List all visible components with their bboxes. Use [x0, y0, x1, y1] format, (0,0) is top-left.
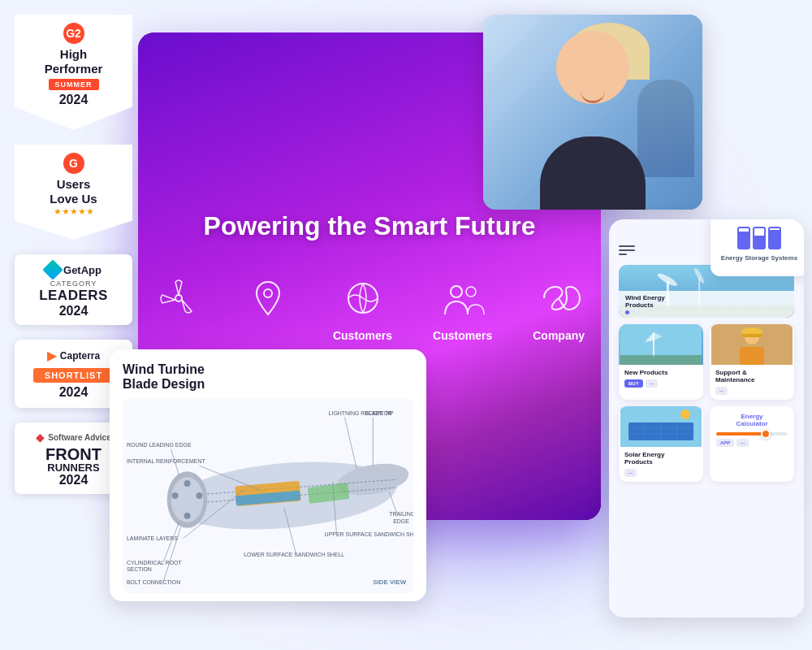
calculator-actions: APP ··· [716, 439, 788, 447]
svg-text:LIGHTNING RECEPTOR: LIGHTNING RECEPTOR [329, 410, 392, 416]
photo-colleague [637, 80, 694, 177]
svg-text:LOWER SURFACE SANDWICH SHELL: LOWER SURFACE SANDWICH SHELL [244, 552, 344, 557]
more-button-4[interactable]: ··· [736, 439, 749, 447]
svg-point-1 [264, 289, 272, 297]
person-smile [581, 90, 605, 103]
high-performer-season: SUMMER [49, 79, 99, 90]
photo-person [483, 15, 702, 210]
app-button[interactable]: APP [716, 439, 734, 447]
customers-label: Customers [433, 329, 492, 342]
battery-fill-3 [770, 230, 780, 248]
menu-line-1 [619, 245, 635, 247]
tablet-icon-customers: Customers [433, 274, 492, 342]
users-love-us-stars: ★★★★★ [54, 206, 94, 217]
energy-storage-label: Energy Storage Systems [721, 254, 797, 262]
svg-text:LAMINATE LAYERS: LAMINATE LAYERS [127, 535, 178, 541]
more-button-3[interactable]: ··· [624, 469, 637, 477]
svg-text:TRAILING: TRAILING [389, 511, 413, 517]
g2-logo: G2 [63, 23, 84, 44]
app-panel: Energy Storage Systems [609, 219, 804, 618]
diagram-image: BLADE TIP LIGHTNING RECEPTOR ROUND LEADI… [123, 398, 413, 593]
software-advice-runners: RUNNERS [47, 462, 99, 473]
solar-svg [619, 406, 703, 447]
capterra-shortlist: SHORTLIST [33, 368, 114, 383]
dot-active [625, 310, 629, 314]
solar-actions: ··· [624, 469, 698, 477]
battery-icon-3 [768, 227, 781, 249]
svg-point-3 [451, 286, 462, 297]
globe-icon [339, 274, 387, 323]
hamburger-menu-icon[interactable] [619, 245, 635, 257]
more-button-1[interactable]: ··· [646, 379, 658, 388]
getapp-brand: GetApp [63, 264, 102, 276]
photo-frame [483, 15, 702, 210]
solar-energy-card: Solar EnergyProducts ··· [619, 406, 703, 482]
capterra-arrow-icon: ▶ [47, 348, 57, 363]
battery-icon-2 [753, 227, 766, 249]
customers-icon [438, 274, 487, 323]
tablet-icon-globe: Customers [333, 274, 392, 342]
wind-energy-dots [625, 310, 788, 314]
diagram-title: Wind TurbineBlade Design [123, 362, 413, 392]
buy-button[interactable]: BUY [624, 379, 643, 388]
energy-storage-card: Energy Storage Systems [710, 219, 804, 276]
svg-text:ROUND LEADING EDGE: ROUND LEADING EDGE [127, 442, 192, 448]
getapp-category: CATEGORY [50, 280, 97, 288]
diagram-card: Wind TurbineBlade Design BLADE TIP [110, 349, 426, 601]
software-advice-brand: Software Advice [48, 433, 110, 442]
battery-fill-2 [754, 236, 764, 247]
svg-rect-49 [620, 355, 702, 365]
wind-icon [154, 274, 203, 323]
svg-point-15 [184, 513, 191, 519]
svg-point-0 [175, 295, 182, 301]
wind-energy-overlay: Wind EnergyProducts [619, 291, 794, 318]
g2-logo-2: G [63, 153, 84, 174]
turbine-blade-svg: BLADE TIP LIGHTNING RECEPTOR ROUND LEADI… [123, 398, 413, 593]
svg-rect-54 [741, 334, 762, 337]
svg-text:BOLT CONNECTION: BOLT CONNECTION [127, 579, 180, 585]
energy-calculator-card: EnergyCalculator APP ··· [710, 406, 794, 482]
svg-line-21 [344, 418, 356, 470]
tablet-icons-row: Customers Customers Company [154, 274, 585, 342]
new-products-title: New Products [624, 369, 698, 376]
svg-text:SECTION: SECTION [127, 566, 152, 572]
support-svg [710, 324, 794, 365]
solar-title: Solar EnergyProducts [624, 451, 698, 466]
more-button-2[interactable]: ··· [715, 387, 728, 395]
battery-icons [737, 227, 781, 249]
support-maintenance-card: Support &Maintenance ··· [710, 324, 794, 400]
svg-text:INTERNAL REINFORCEMENT: INTERNAL REINFORCEMENT [127, 458, 205, 464]
support-title: Support &Maintenance [715, 369, 788, 384]
tablet-icon-wind [154, 274, 203, 342]
battery-fill-1 [739, 232, 749, 247]
svg-text:UPPER SURFACE SANDWICH SHELL: UPPER SURFACE SANDWICH SHELL [325, 531, 413, 537]
getapp-leaders: LEADERS [39, 288, 108, 304]
software-advice-year: 2024 [59, 473, 89, 488]
new-products-card: New Products BUY ··· [619, 324, 703, 400]
energy-calc-title: EnergyCalculator [716, 413, 788, 427]
software-advice-front: FRONT [45, 446, 102, 462]
dot-2 [637, 310, 641, 314]
new-products-svg [619, 324, 703, 365]
menu-line-2 [619, 249, 635, 251]
svg-point-14 [184, 480, 191, 487]
svg-point-4 [466, 287, 476, 297]
svg-rect-52 [740, 347, 764, 365]
high-performer-title: HighPerformer [45, 47, 103, 76]
tablet-icon-customers-label: Customers [333, 329, 392, 342]
getapp-year: 2024 [59, 304, 89, 318]
support-actions: ··· [715, 387, 788, 395]
capterra-logo: ▶ Capterra [47, 348, 100, 363]
energy-slider-fill [716, 432, 762, 436]
svg-point-62 [680, 410, 690, 419]
capterra-year: 2024 [59, 385, 89, 400]
new-products-body: New Products BUY ··· [619, 365, 703, 392]
tablet-heading: Powering the Smart Future [204, 211, 536, 241]
location-icon [244, 274, 292, 323]
energy-slider-thumb[interactable] [761, 429, 771, 439]
battery-icon-1 [737, 227, 750, 249]
getapp-logo: GetApp [45, 262, 102, 277]
svg-text:EDGE: EDGE [393, 518, 409, 524]
badge-getapp: GetApp CATEGORY LEADERS 2024 [15, 254, 132, 325]
app-cards-grid: New Products BUY ··· [619, 324, 794, 482]
